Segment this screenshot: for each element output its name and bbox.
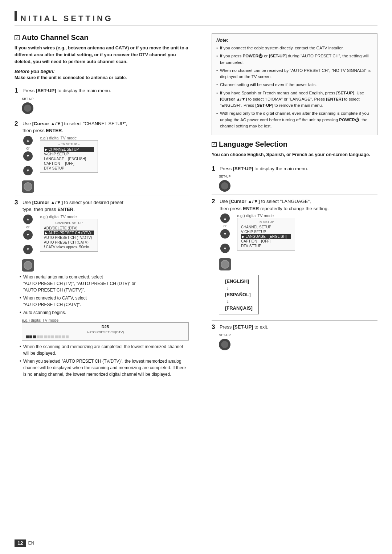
final-bullets: When the scanning and memorizing are com…	[20, 343, 189, 378]
auto-channel-scan-title: Auto Channel Scan	[22, 33, 88, 42]
prog-seg-10	[58, 335, 61, 338]
lang-down-arrow-1: ↓	[226, 285, 253, 291]
lang-exit-button-icon	[219, 339, 230, 350]
language-section-title: Language Selection	[219, 140, 287, 148]
right-step-3-remote: SET-UP	[219, 333, 377, 350]
left-step-3-num: 3	[15, 199, 20, 206]
d25-eg-label: e.g.) digital TV mode	[22, 318, 187, 322]
prog-seg-1	[26, 335, 29, 338]
lang-enter-btn	[219, 258, 231, 270]
progress-bar	[26, 335, 185, 338]
left-step-1-header: 1 Press [SET-UP] to display the main men…	[15, 87, 189, 94]
step-3-screen-area: e.g.) digital TV mode – CHANNEL SETUP – …	[40, 215, 98, 252]
left-step-2-header: 2 Use [Cursor ▲/▼] to select "CHANNEL SE…	[15, 120, 189, 134]
tv-menu-auto-catv: AUTO PRESET CH (CATV)	[44, 240, 94, 245]
language-section-heading: Language Selection	[212, 140, 377, 148]
prog-seg-9	[55, 335, 58, 338]
cursor-up-icon	[23, 136, 33, 145]
divider-3	[15, 196, 189, 196]
right-step-1-num: 1	[212, 165, 217, 172]
lang-exit-btn-label: SET-UP	[219, 333, 231, 337]
note-item-4: Channel setting will be saved even if th…	[216, 82, 373, 88]
tv-menu-add-delete: ADD/DELETE (DTV)	[44, 226, 94, 231]
before-begin-label: Before you begin:	[15, 69, 189, 74]
prog-seg-8	[51, 335, 54, 338]
auto-channel-scan-heading: Auto Channel Scan	[15, 33, 189, 42]
lang-down-arrow-2: ↓	[226, 298, 253, 304]
lang-or-label: or	[223, 224, 226, 228]
note-item-5: If you have Spanish or French menus and …	[216, 90, 373, 109]
cursor-down2-icon	[23, 166, 33, 175]
right-step-2-text: Use [Cursor ▲/▼] to select "LANGUAGE",th…	[220, 198, 329, 212]
left-column: Auto Channel Scan If you switch wires (e…	[15, 33, 199, 380]
right-step-2-header: 2 Use [Cursor ▲/▼] to select "LANGUAGE",…	[212, 198, 377, 212]
lang-setup-btn-label: SET-UP	[219, 175, 231, 178]
page-number: 12	[15, 539, 26, 547]
prog-seg-4	[37, 335, 40, 338]
before-begin-text: Make sure if the unit is connected to an…	[15, 75, 189, 80]
lang-exit-btn-group: SET-UP	[219, 333, 231, 350]
header-bar-decoration	[15, 11, 17, 21]
lang-tv-caption: CAPTION [OFF]	[241, 239, 291, 244]
d25-screen: D25 AUTO PRESET CH(DTV)	[22, 322, 189, 341]
cursor-down2-icon-3	[23, 245, 33, 254]
tv-menu-dtv: DTV SETUP	[44, 166, 94, 171]
lang-divider-3	[212, 320, 377, 321]
auto-channel-intro: If you switch wires (e.g., between anten…	[15, 45, 189, 65]
tv-menu-catv-note: ! CATV takes approx. 50min.	[44, 245, 94, 249]
cursor-enter-group-3: or	[22, 215, 34, 272]
left-step-3: 3 Use [Cursor ▲/▼] to select your desire…	[15, 199, 189, 272]
right-step-1-remote: SET-UP	[219, 175, 377, 192]
checkbox-icon	[15, 35, 20, 40]
prog-seg-12	[66, 335, 69, 338]
prog-seg-5	[40, 335, 43, 338]
setup-button-icon	[22, 102, 33, 114]
setup-btn-label: SET-UP	[22, 97, 34, 101]
d25-channel: D25	[26, 325, 185, 329]
lang-english-text: [ENGLISH]	[225, 278, 249, 284]
tv-menu-auto-tvdtv: AUTO PRESET CH (TV/DTV)	[44, 235, 94, 240]
left-step-3-text: Use [Cursor ▲/▼] to select your desired …	[23, 199, 123, 213]
tv-menu-vchip: V-CHIP SETUP	[44, 152, 94, 156]
lang-tv-channel-setup: CHANNEL SETUP	[241, 225, 291, 229]
language-options-box: [ENGLISH] ↓ [ESPAÑOL] ↓ [FRANÇAIS]	[219, 275, 259, 314]
bullet-scan: Auto scanning begins.	[20, 309, 189, 316]
note-title: Note:	[216, 37, 373, 43]
setup-button-inner	[24, 105, 31, 112]
lang-cursor-up-icon	[220, 213, 230, 223]
language-intro: You can choose English, Spanish, or Fren…	[212, 151, 377, 158]
prog-seg-3	[33, 335, 36, 338]
lang-divider-2	[212, 195, 377, 195]
tv-menu-auto-dtv: AUTO PRESET CH (DTV)	[44, 231, 94, 235]
right-step-1-header: 1 Press [SET-UP] to display the main men…	[212, 165, 377, 172]
d25-sub-label: AUTO PRESET CH(DTV)	[26, 330, 185, 334]
cursor-down-icon-3	[23, 230, 33, 240]
lang-setup-btn-group: SET-UP	[219, 175, 231, 192]
page-title: NITIAL SETTING	[20, 14, 113, 23]
bullet-aerial: When aerial antenna is connected, select…	[20, 274, 189, 293]
right-step-2: 2 Use [Cursor ▲/▼] to select "LANGUAGE",…	[212, 198, 377, 317]
bullet-final-2: When you selected "AUTO PRESET CH (TV/DT…	[20, 358, 189, 378]
left-step-2: 2 Use [Cursor ▲/▼] to select "CHANNEL SE…	[15, 120, 189, 193]
note-item-1: If you connect the cable system directly…	[216, 45, 373, 51]
lang-setup-button-inner	[221, 182, 228, 190]
right-step-3-text: Press [SET-UP] to exit.	[220, 323, 268, 331]
prog-seg-7	[48, 335, 50, 338]
note-item-6: With regard only to the digital channel,…	[216, 110, 373, 129]
bullet-final-1: When the scanning and memorizing are com…	[20, 343, 189, 357]
right-step-2-num: 2	[212, 198, 217, 205]
or-label: or	[26, 146, 30, 150]
tv-menu-caption: CAPTION [OFF]	[44, 161, 94, 166]
prog-seg-11	[62, 335, 65, 338]
prog-seg-2	[29, 335, 32, 338]
enter-btn-3	[22, 259, 34, 272]
right-step-2-visual: or e.g.) digital TV mode – TV SETUP –	[219, 213, 377, 270]
step-3-eg-label: e.g.) digital TV mode	[40, 215, 97, 219]
step-2-tv-title: – TV SETUP –	[44, 142, 94, 146]
left-step-1-num: 1	[15, 87, 20, 94]
enter-btn-inner	[24, 182, 32, 191]
lang-option-francais: [FRANÇAIS]	[225, 305, 253, 311]
setup-btn-group: SET-UP	[22, 97, 34, 114]
page-footer: 12 EN	[15, 539, 34, 547]
main-content: Auto Channel Scan If you switch wires (e…	[15, 33, 377, 380]
